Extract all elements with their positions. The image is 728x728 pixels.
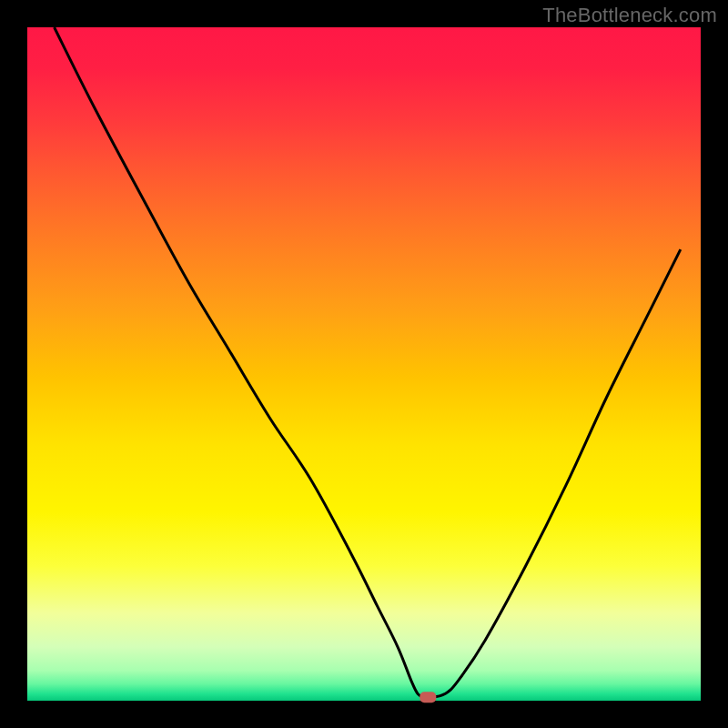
optimum-marker [420, 692, 436, 703]
chart-container: TheBottleneck.com [0, 0, 728, 728]
gradient-plot-area [27, 27, 701, 701]
bottleneck-chart [0, 0, 728, 728]
watermark-text: TheBottleneck.com [542, 4, 717, 27]
